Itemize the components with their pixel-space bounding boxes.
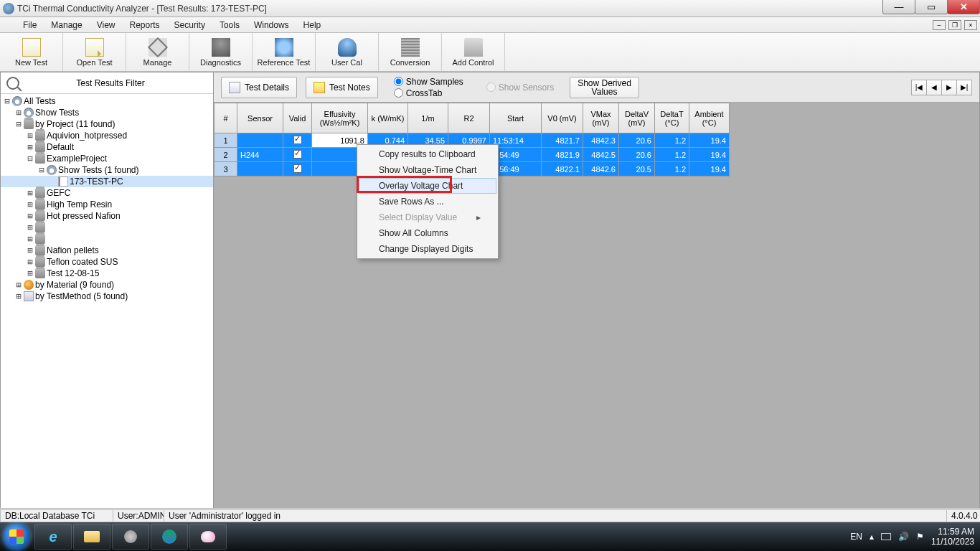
mdi-close[interactable]: × bbox=[964, 20, 977, 30]
expand-icon[interactable]: ⊞ bbox=[27, 142, 34, 152]
tray-battery-icon[interactable] bbox=[881, 533, 891, 540]
cell-dt[interactable]: 1.2 bbox=[655, 162, 689, 176]
tree-node[interactable]: ⊞by TestMethod (5 found) bbox=[1, 291, 213, 302]
conversion-button[interactable]: Conversion bbox=[379, 33, 442, 71]
mdi-restore[interactable]: ❐ bbox=[948, 20, 961, 30]
tree-view[interactable]: ⊟All Tests⊞Show Tests⊟by Project (11 fou… bbox=[1, 94, 213, 522]
expand-icon[interactable]: ⊞ bbox=[27, 211, 34, 221]
nav-last[interactable]: ▶| bbox=[956, 80, 972, 95]
tree-node[interactable]: ⊞Teflon coated SUS bbox=[1, 256, 213, 268]
col-header[interactable]: Valid bbox=[283, 103, 312, 133]
filter-bar[interactable]: Test Results Filter bbox=[1, 72, 213, 94]
expand-icon[interactable]: ⊞ bbox=[27, 199, 34, 209]
col-header[interactable]: V0 (mV) bbox=[542, 103, 583, 133]
show-samples-radio[interactable]: Show Samples bbox=[394, 77, 463, 87]
valid-checkbox[interactable] bbox=[293, 164, 302, 173]
expand-icon[interactable]: ⊞ bbox=[15, 291, 22, 301]
nav-next[interactable]: ▶ bbox=[941, 80, 957, 95]
expand-icon[interactable]: ⊞ bbox=[27, 222, 34, 232]
col-header[interactable]: DeltaV (mV) bbox=[619, 103, 655, 133]
col-header[interactable]: Sensor bbox=[237, 103, 283, 133]
cell-vmax[interactable]: 4842.6 bbox=[583, 162, 619, 176]
col-header[interactable]: k (W/mK) bbox=[368, 103, 408, 133]
tree-node[interactable]: ⊟by Project (11 found) bbox=[1, 118, 213, 130]
tree-node[interactable]: ⊞Nafion pellets bbox=[1, 245, 213, 256]
menu-reports[interactable]: Reports bbox=[123, 19, 167, 32]
cell-vmax[interactable]: 4842.3 bbox=[583, 133, 619, 148]
tree-node[interactable]: 173-TEST-PC bbox=[1, 176, 213, 187]
tray-flag-icon[interactable]: ⚑ bbox=[916, 532, 924, 542]
user-cal-button[interactable]: User Cal bbox=[316, 33, 379, 71]
tray-up-icon[interactable]: ▴ bbox=[870, 532, 874, 542]
tree-node[interactable]: ⊟Show Tests (1 found) bbox=[1, 164, 213, 176]
cell-v0[interactable]: 4822.1 bbox=[542, 162, 583, 176]
cell-valid[interactable] bbox=[283, 148, 312, 162]
menu-windows[interactable]: Windows bbox=[247, 19, 296, 32]
expand-icon[interactable] bbox=[50, 176, 57, 187]
expand-icon[interactable]: ⊞ bbox=[27, 131, 34, 141]
cell-dv[interactable]: 20.6 bbox=[619, 148, 655, 162]
tray-lang[interactable]: EN bbox=[850, 532, 862, 542]
cell-dv[interactable]: 20.5 bbox=[619, 162, 655, 176]
start-button[interactable] bbox=[3, 523, 30, 550]
col-header[interactable]: 1/m bbox=[408, 103, 448, 133]
show-samples-input[interactable] bbox=[394, 77, 403, 86]
cell-idx[interactable]: 3 bbox=[215, 162, 237, 176]
col-header[interactable]: # bbox=[215, 103, 237, 133]
nav-prev[interactable]: ◀ bbox=[926, 80, 942, 95]
tree-node[interactable]: ⊞Default bbox=[1, 141, 213, 153]
col-header[interactable]: Start bbox=[490, 103, 542, 133]
tree-node[interactable]: ⊟ExampleProject bbox=[1, 153, 213, 164]
cell-idx[interactable]: 1 bbox=[215, 133, 237, 148]
close-button[interactable]: ✕ bbox=[947, 0, 980, 14]
taskbar-explorer[interactable] bbox=[73, 524, 110, 550]
menu-help[interactable]: Help bbox=[296, 19, 329, 32]
expand-icon[interactable]: ⊞ bbox=[27, 245, 34, 255]
ctx-copy-results-to-clipboard[interactable]: Copy results to Clipboard bbox=[359, 146, 496, 162]
valid-checkbox[interactable] bbox=[293, 150, 302, 159]
expand-icon[interactable]: ⊞ bbox=[15, 280, 22, 290]
ctx-overlay-voltage-chart[interactable]: Overlay Voltage Chart bbox=[359, 178, 496, 194]
tray-volume-icon[interactable]: 🔊 bbox=[898, 532, 909, 542]
tray-clock[interactable]: 11:59 AM 11/10/2023 bbox=[931, 527, 974, 547]
mdi-minimize[interactable]: – bbox=[933, 20, 946, 30]
tree-node[interactable]: ⊞High Temp Resin bbox=[1, 199, 213, 210]
cell-sensor[interactable] bbox=[237, 133, 283, 148]
new-test-button[interactable]: New Test bbox=[0, 33, 63, 71]
menu-manage[interactable]: Manage bbox=[44, 19, 89, 32]
tree-node[interactable]: ⊞Aquivion_hotpressed bbox=[1, 130, 213, 141]
cell-vmax[interactable]: 4842.5 bbox=[583, 148, 619, 162]
cell-v0[interactable]: 4821.9 bbox=[542, 148, 583, 162]
cell-valid[interactable] bbox=[283, 162, 312, 176]
menu-view[interactable]: View bbox=[90, 19, 123, 32]
valid-checkbox[interactable] bbox=[293, 136, 302, 144]
diagnostics-button[interactable]: Diagnostics bbox=[189, 33, 253, 71]
cell-dt[interactable]: 1.2 bbox=[655, 133, 689, 148]
open-test-button[interactable]: Open Test bbox=[63, 33, 126, 71]
system-tray[interactable]: EN ▴ 🔊 ⚑ 11:59 AM 11/10/2023 bbox=[850, 527, 977, 547]
col-header[interactable]: Ambient (°C) bbox=[689, 103, 730, 133]
ctx-show-all-columns[interactable]: Show All Columns bbox=[359, 225, 496, 241]
expand-icon[interactable]: ⊞ bbox=[27, 188, 34, 198]
cell-dv[interactable]: 20.6 bbox=[619, 133, 655, 148]
manage-button[interactable]: Manage bbox=[126, 33, 189, 71]
expand-icon[interactable]: ⊟ bbox=[4, 96, 11, 106]
show-derived-button[interactable]: Show Derived Values bbox=[570, 77, 639, 98]
ctx-show-voltage-time-chart[interactable]: Show Voltage-Time Chart bbox=[359, 162, 496, 178]
cell-amb[interactable]: 19.4 bbox=[689, 148, 730, 162]
tree-node[interactable]: ⊞​ bbox=[1, 222, 213, 233]
cell-amb[interactable]: 19.4 bbox=[689, 133, 730, 148]
tree-node[interactable]: ⊞GEFC bbox=[1, 187, 213, 199]
reference-test-button[interactable]: Reference Test bbox=[253, 33, 316, 71]
cell-dt[interactable]: 1.2 bbox=[655, 148, 689, 162]
test-details-button[interactable]: Test Details bbox=[221, 77, 297, 98]
col-header[interactable]: VMax (mV) bbox=[583, 103, 619, 133]
minimize-button[interactable]: — bbox=[882, 0, 915, 14]
tree-node[interactable]: ⊞​ bbox=[1, 233, 213, 245]
menu-tools[interactable]: Tools bbox=[212, 19, 247, 32]
cell-sensor[interactable] bbox=[237, 162, 283, 176]
tree-node[interactable]: ⊞Show Tests bbox=[1, 107, 213, 118]
expand-icon[interactable]: ⊞ bbox=[27, 268, 34, 278]
test-notes-button[interactable]: Test Notes bbox=[306, 77, 378, 98]
menu-security[interactable]: Security bbox=[167, 19, 212, 32]
